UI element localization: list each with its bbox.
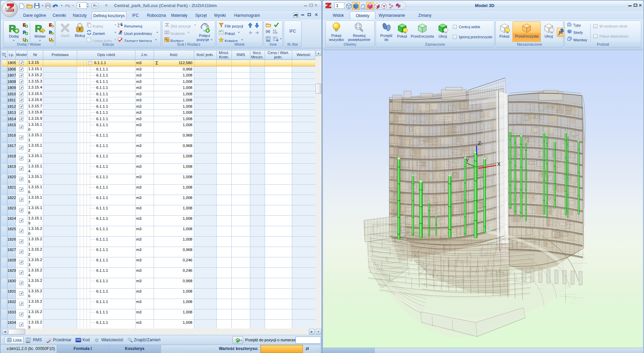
svg-text:RMS: RMS [266,40,270,42]
svg-text:X: X [497,161,500,167]
svg-text:Z: Z [478,140,481,146]
svg-text:bim: bim [5,7,13,12]
svg-text:Y: Y [466,157,469,163]
svg-text:1.1: 1.1 [118,23,121,25]
svg-text:RMS: RMS [26,341,30,343]
svg-text:2.: 2. [118,25,120,28]
svg-text:R: R [35,23,42,34]
